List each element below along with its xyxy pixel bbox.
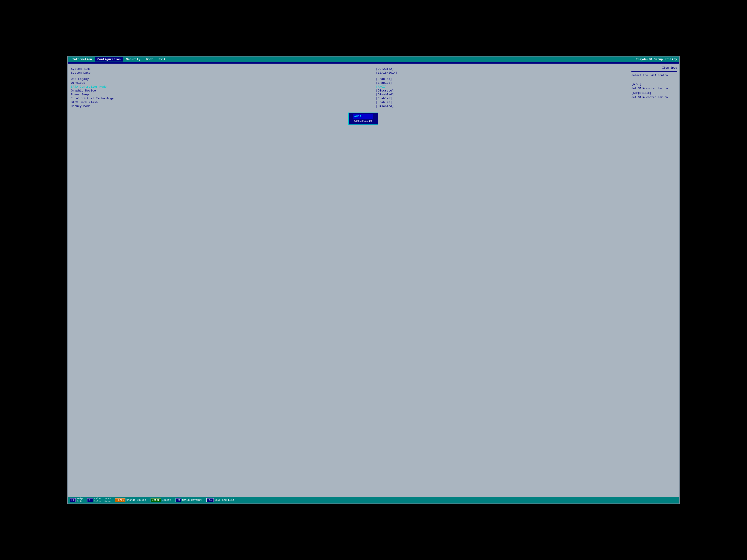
key-f9: F9 bbox=[176, 498, 181, 502]
key-f10: F10 bbox=[206, 498, 214, 502]
setting-row-system-date: System Date [10/18/2014] bbox=[71, 71, 625, 75]
setting-row-hotkey: HotKey Mode [Disabled] bbox=[71, 105, 625, 108]
help-title: Item Spec bbox=[632, 66, 677, 70]
setting-row-system-time: System Time [00:23:42] bbox=[71, 67, 625, 71]
setting-row-bios-flash: BIOS Back Flash [Enabled] bbox=[71, 101, 625, 104]
bottom-item-save-exit: F10 Save and Exit bbox=[206, 498, 234, 502]
dropdown-option-ahci[interactable]: AHCI bbox=[353, 114, 373, 119]
value-wireless: [Enabled] bbox=[376, 81, 626, 85]
label-save-exit: Save and Exit bbox=[215, 499, 234, 502]
label-hotkey: HotKey Mode bbox=[71, 105, 376, 108]
label-select-enter: Select bbox=[162, 499, 171, 502]
bottom-item-enter: Enter Select bbox=[151, 498, 171, 502]
bottom-item-help: F1 HelpExit bbox=[70, 497, 83, 503]
label-system-time: System Time bbox=[71, 67, 376, 71]
label-graphic-device: Graphic Device bbox=[71, 89, 376, 92]
value-bios-flash: [Enabled] bbox=[376, 101, 626, 104]
help-divider bbox=[632, 71, 677, 72]
screen-wrapper: Information Configuration Security Boot … bbox=[67, 56, 680, 504]
label-intel-vt: Intel Virtual Technology bbox=[71, 97, 376, 100]
value-system-time: [00:23:42] bbox=[376, 67, 626, 71]
setting-row-intel-vt: Intel Virtual Technology [Enabled] bbox=[71, 97, 625, 100]
menu-item-exit[interactable]: Exit bbox=[156, 57, 169, 61]
value-system-date: [10/18/2014] bbox=[376, 71, 626, 75]
label-help-exit: HelpExit bbox=[77, 497, 83, 503]
value-usb-legacy: [Enabled] bbox=[376, 77, 626, 81]
label-system-date: System Date bbox=[71, 71, 376, 75]
menu-bar: Information Configuration Security Boot … bbox=[68, 56, 679, 62]
key-f5f6: F5/F6 bbox=[115, 498, 125, 502]
value-intel-vt: [Enabled] bbox=[376, 97, 626, 100]
bios-title: InsydeH20 Setup Utility bbox=[636, 58, 677, 61]
dropdown-box: AHCI Compatible bbox=[348, 112, 378, 125]
setting-row-graphic-device: Graphic Device [Discrete] bbox=[71, 89, 625, 92]
value-power-beep: [Disabled] bbox=[376, 93, 626, 96]
menu-item-security[interactable]: Security bbox=[123, 57, 143, 61]
help-text: Select the SATA contro[AHCI]Set SATA con… bbox=[632, 74, 677, 100]
label-usb-legacy: USB Legacy bbox=[71, 77, 376, 81]
value-hotkey: [Disabled] bbox=[376, 105, 626, 108]
menu-item-boot[interactable]: Boot bbox=[143, 57, 156, 61]
menu-item-configuration[interactable]: Configuration bbox=[95, 57, 123, 61]
bottom-bar: F1 HelpExit ↑↓ Select ItemSelect Menu F5… bbox=[68, 497, 679, 504]
label-wireless: Wireless bbox=[71, 81, 376, 85]
setting-row-wireless: Wireless [Enabled] bbox=[71, 81, 625, 85]
main-content: System Time [00:23:42] System Date [10/1… bbox=[68, 63, 679, 497]
setting-row-sata: SATA Controller Mode [AHCI] bbox=[71, 85, 625, 88]
label-power-beep: Power Beep bbox=[71, 93, 376, 96]
label-sata: SATA Controller Mode bbox=[71, 85, 376, 88]
label-select: Select ItemSelect Menu bbox=[94, 497, 111, 503]
bottom-item-setup-default: F9 Setup Default bbox=[176, 498, 202, 502]
key-enter: Enter bbox=[151, 498, 161, 502]
value-sata: [AHCI] bbox=[376, 85, 626, 88]
sata-dropdown[interactable]: AHCI Compatible bbox=[348, 112, 626, 125]
setting-row-usb-legacy: USB Legacy [Enabled] bbox=[71, 77, 625, 81]
key-f1: F1 bbox=[70, 498, 76, 502]
bios-screen: Information Configuration Security Boot … bbox=[67, 56, 680, 504]
setting-row-power-beep: Power Beep [Disabled] bbox=[71, 93, 625, 96]
value-graphic-device: [Discrete] bbox=[376, 89, 626, 92]
left-panel: System Time [00:23:42] System Date [10/1… bbox=[68, 63, 629, 497]
label-change-values: Change Values bbox=[126, 499, 146, 502]
right-panel: Item Spec Select the SATA contro[AHCI]Se… bbox=[629, 63, 679, 497]
bottom-item-change: F5/F6 Change Values bbox=[115, 498, 146, 502]
label-bios-flash: BIOS Back Flash bbox=[71, 101, 376, 104]
bottom-item-select: ↑↓ Select ItemSelect Menu bbox=[87, 497, 110, 503]
label-setup-default: Setup Default bbox=[182, 499, 202, 502]
key-arrows: ↑↓ bbox=[87, 498, 93, 502]
dropdown-option-compatible[interactable]: Compatible bbox=[353, 119, 373, 123]
menu-item-information[interactable]: Information bbox=[70, 57, 95, 61]
